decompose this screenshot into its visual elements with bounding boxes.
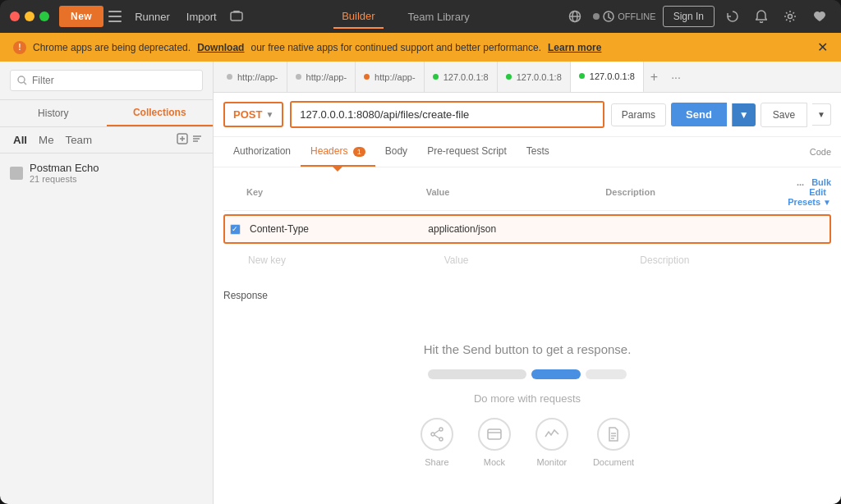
tab-label-1: http://app- — [306, 72, 347, 82]
request-right: Params Send ▼ Save ▼ — [611, 103, 831, 127]
tab-overflow-button[interactable]: ··· — [664, 71, 687, 84]
svg-point-18 — [439, 428, 443, 431]
share-label: Share — [425, 457, 448, 467]
new-collection-button[interactable] — [177, 133, 188, 147]
svg-rect-2 — [108, 21, 122, 22]
tab-dot-5 — [579, 73, 585, 79]
pre-request-tab[interactable]: Pre-request Script — [417, 137, 517, 167]
sidebar-toggle-button[interactable] — [103, 6, 126, 27]
send-dropdown-button[interactable]: ▼ — [732, 103, 756, 126]
share-action[interactable]: Share — [420, 418, 453, 467]
monitor-label: Monitor — [537, 457, 568, 467]
tab-3[interactable]: 127.0.0.1:8 — [425, 62, 498, 93]
presets-link[interactable]: Presets — [788, 197, 820, 207]
url-input-wrap[interactable] — [290, 101, 604, 128]
filter-all[interactable]: All — [10, 132, 30, 148]
col-desc-header: Description — [602, 187, 782, 197]
search-input[interactable] — [32, 75, 195, 86]
offline-dot — [593, 13, 600, 20]
new-header-desc[interactable]: Description — [635, 251, 831, 269]
params-button[interactable]: Params — [611, 103, 666, 126]
collection-item[interactable]: Postman Echo 21 requests — [0, 153, 213, 192]
bell-button[interactable] — [751, 5, 772, 28]
tab-dot-3 — [433, 74, 439, 80]
checkbox-0[interactable]: ✓ — [230, 224, 241, 235]
header-checkbox-0[interactable]: ✓ — [225, 224, 245, 235]
collection-icon — [10, 167, 23, 180]
body-tab[interactable]: Body — [375, 137, 417, 167]
authorization-tab[interactable]: Authorization — [223, 137, 301, 167]
settings-button[interactable] — [779, 5, 802, 28]
team-library-tab[interactable]: Team Library — [400, 5, 478, 29]
add-tab-button[interactable]: + — [644, 70, 664, 85]
headers-tab[interactable]: Headers 1 — [301, 137, 375, 167]
bar-blue — [531, 369, 581, 379]
col-actions-header: ... Bulk Edit Presets ▼ — [782, 177, 831, 207]
bulk-edit-link[interactable]: Bulk Edit — [809, 177, 831, 197]
save-dropdown-button[interactable]: ▼ — [812, 103, 831, 126]
document-icon — [597, 418, 630, 451]
main-layout: History Collections All Me Team — [0, 62, 841, 504]
heart-button[interactable] — [808, 6, 831, 27]
minimize-button[interactable] — [25, 11, 34, 21]
svg-rect-23 — [488, 429, 501, 439]
response-empty: Hit the Send button to get a response. D… — [214, 305, 841, 504]
app-window: New Runner Import Builder Team Library — [0, 0, 841, 504]
save-button[interactable]: Save — [761, 103, 807, 127]
sync-button[interactable] — [721, 5, 744, 28]
import-button[interactable]: Import — [178, 6, 225, 28]
search-wrap[interactable] — [10, 70, 203, 91]
document-action[interactable]: Document — [593, 418, 634, 467]
tab-5[interactable]: 127.0.0.1:8 — [571, 62, 644, 93]
builder-tab[interactable]: Builder — [333, 5, 383, 29]
headers-count-badge: 1 — [353, 147, 365, 157]
sidebar-toolbar: All Me Team — [0, 127, 213, 153]
svg-rect-1 — [108, 16, 122, 17]
mock-action[interactable]: Mock — [478, 418, 511, 467]
share-icon — [420, 418, 453, 451]
window-controls — [10, 11, 49, 21]
new-header-value[interactable]: Value — [439, 251, 636, 269]
bar-light — [586, 369, 627, 379]
runner-button[interactable]: Runner — [126, 6, 178, 28]
history-tab[interactable]: History — [0, 100, 107, 126]
banner-close-button[interactable]: ✕ — [817, 39, 828, 55]
globe-icon-button[interactable] — [563, 5, 586, 28]
new-header-key[interactable]: New key — [243, 251, 439, 269]
tab-label-5: 127.0.0.1:8 — [590, 71, 635, 81]
tests-tab[interactable]: Tests — [517, 137, 559, 167]
sort-button[interactable] — [191, 133, 203, 147]
tab-dot-2 — [364, 74, 370, 80]
tab-2[interactable]: http://app- — [356, 62, 425, 93]
svg-point-20 — [431, 433, 434, 436]
warning-icon: ! — [13, 41, 26, 54]
headers-col-header: Key Value Description ... Bulk Edit Pres… — [223, 174, 831, 211]
header-key-0[interactable]: Content-Type — [245, 220, 423, 238]
url-input[interactable] — [292, 103, 602, 126]
send-button[interactable]: Send — [671, 103, 727, 126]
proxy-button[interactable] — [225, 5, 248, 28]
tab-0[interactable]: http://app- — [218, 62, 287, 93]
download-link[interactable]: Download — [197, 42, 244, 53]
sign-in-button[interactable]: Sign In — [663, 6, 715, 27]
tab-1[interactable]: http://app- — [287, 62, 356, 93]
learn-more-link[interactable]: Learn more — [548, 42, 601, 53]
code-link[interactable]: Code — [810, 147, 831, 157]
more-options[interactable]: ... — [797, 177, 804, 187]
filter-pills: All Me Team — [10, 132, 95, 148]
response-bar — [428, 369, 627, 379]
header-value-0[interactable]: application/json — [423, 220, 601, 238]
tab-4[interactable]: 127.0.0.1:8 — [498, 62, 571, 93]
new-header-row: New key Value Description — [223, 247, 831, 273]
collections-tab[interactable]: Collections — [107, 100, 214, 126]
maximize-button[interactable] — [39, 11, 49, 21]
mock-icon — [478, 418, 511, 451]
close-button[interactable] — [10, 11, 20, 21]
filter-me[interactable]: Me — [35, 132, 57, 148]
tabs-bar: http://app- http://app- http://app- 127.… — [214, 62, 841, 93]
filter-team[interactable]: Team — [62, 132, 96, 148]
method-select[interactable]: POST ▼ — [223, 102, 283, 127]
tab-label-0: http://app- — [237, 72, 278, 82]
new-button[interactable]: New — [59, 6, 103, 27]
monitor-action[interactable]: Monitor — [535, 418, 568, 467]
